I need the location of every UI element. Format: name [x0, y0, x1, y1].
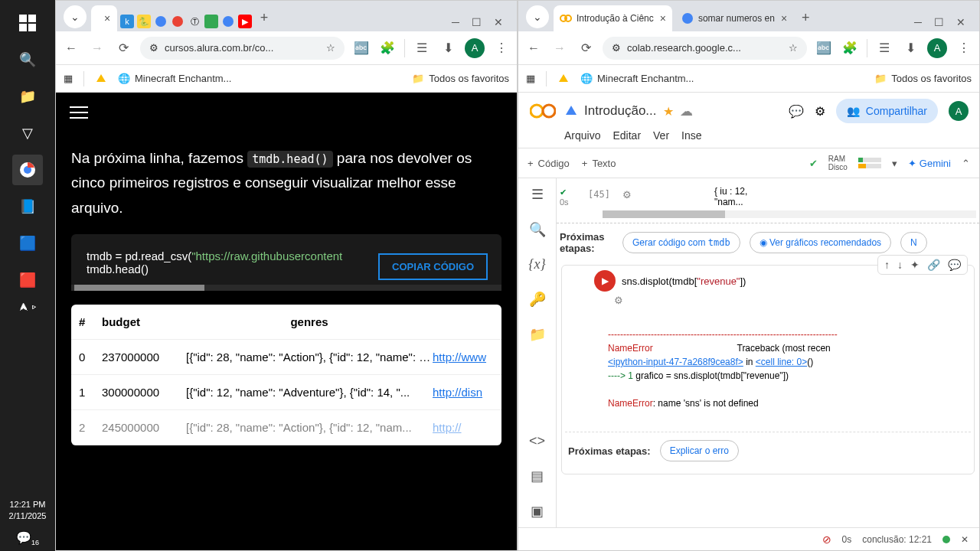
- close-tab-icon[interactable]: ×: [781, 12, 787, 24]
- code-view-icon[interactable]: <>: [529, 433, 545, 449]
- minimize-button[interactable]: ─: [452, 16, 459, 28]
- move-up-icon[interactable]: ↑: [884, 259, 890, 271]
- minecraft-bookmark[interactable]: 🌐 Minecraft Enchantm...: [118, 73, 231, 84]
- taskbar-clock[interactable]: 12:21 PM 2/11/2025: [9, 499, 47, 526]
- chip-more[interactable]: N: [900, 232, 927, 253]
- bg-tab-6[interactable]: [204, 15, 218, 28]
- close-tab-icon[interactable]: ×: [660, 12, 666, 24]
- collapse-icon[interactable]: ⌃: [962, 158, 970, 169]
- menu-ver[interactable]: Ver: [653, 129, 669, 142]
- app-icon-4[interactable]: 🟥: [12, 265, 43, 295]
- status-close-icon[interactable]: ✕: [961, 534, 969, 545]
- search-icon[interactable]: 🔍: [12, 44, 43, 75]
- runtime-menu-icon[interactable]: ▾: [892, 158, 897, 169]
- search-icon[interactable]: 🔍: [529, 221, 546, 238]
- site-info-icon[interactable]: ⚙: [612, 42, 621, 54]
- active-tab[interactable]: ×: [91, 5, 117, 31]
- explorer-icon[interactable]: 📁: [12, 81, 43, 112]
- gemini-button[interactable]: ✦ Gemini: [908, 158, 951, 169]
- bg-tab-1[interactable]: k: [120, 15, 134, 28]
- chip-recommended-charts[interactable]: ◉ Ver gráficos recomendados: [750, 232, 891, 253]
- maximize-button[interactable]: ☐: [934, 16, 944, 28]
- extensions-icon[interactable]: 🧩: [378, 41, 397, 55]
- minecraft-bookmark[interactable]: 🌐 Minecraft Enchantm...: [580, 73, 694, 84]
- chrome-menu-icon[interactable]: ⋮: [955, 41, 973, 55]
- colab-logo[interactable]: [529, 97, 557, 125]
- doc-title[interactable]: Introdução... ★ ☁: [564, 103, 693, 119]
- close-tab-icon[interactable]: ×: [104, 12, 110, 24]
- colab-tab[interactable]: Introdução à Ciênc ×: [554, 5, 672, 31]
- settings-icon[interactable]: ⚙: [815, 104, 825, 119]
- star-icon[interactable]: ☆: [326, 42, 335, 54]
- bg-tab-3[interactable]: [154, 15, 168, 28]
- terminal-icon[interactable]: ▤: [531, 468, 544, 484]
- star-icon[interactable]: ★: [663, 104, 674, 119]
- tab-search-button[interactable]: ⌄: [64, 5, 87, 28]
- resource-bars[interactable]: [858, 158, 881, 168]
- colab-avatar[interactable]: A: [949, 101, 969, 121]
- bg-tab-5[interactable]: Ⓣ: [188, 15, 201, 28]
- minimize-button[interactable]: ─: [914, 16, 922, 28]
- menu-editar[interactable]: Editar: [612, 129, 641, 142]
- translate-icon[interactable]: 🔤: [815, 41, 833, 55]
- apps-icon[interactable]: ▦: [526, 73, 535, 84]
- cell-options-icon[interactable]: ⚙: [565, 292, 971, 306]
- forward-button[interactable]: →: [550, 41, 569, 55]
- site-info-icon[interactable]: ⚙: [149, 42, 158, 54]
- secrets-icon[interactable]: 🔑: [529, 291, 546, 308]
- profile-avatar[interactable]: A: [465, 38, 485, 58]
- share-button[interactable]: 👥 Compartilhar: [836, 99, 938, 123]
- all-bookmarks[interactable]: 📁 Todos os favoritos: [874, 73, 972, 84]
- chrome-icon[interactable]: [12, 155, 43, 185]
- shell-icon[interactable]: ▣: [531, 503, 544, 520]
- files-icon[interactable]: 📁: [529, 326, 546, 343]
- move-down-icon[interactable]: ↓: [897, 259, 903, 271]
- back-button[interactable]: ←: [524, 41, 543, 55]
- insert-code-button[interactable]: + Código: [528, 158, 570, 169]
- link-icon[interactable]: 🔗: [927, 259, 940, 271]
- tab-search-button[interactable]: ⌄: [526, 5, 549, 28]
- reading-list-icon[interactable]: ☰: [875, 41, 893, 55]
- app-icon-2[interactable]: 📘: [12, 191, 43, 222]
- insert-text-button[interactable]: + Texto: [582, 158, 616, 169]
- tray-expand[interactable]: ⮝ ▷: [0, 298, 55, 315]
- bg-tab-8[interactable]: ▶: [238, 15, 252, 28]
- all-bookmarks[interactable]: 📁 Todos os favoritos: [412, 73, 509, 84]
- bg-tab-4[interactable]: [171, 15, 185, 28]
- gemini-icon[interactable]: ✦: [910, 259, 920, 271]
- app-icon-1[interactable]: ▽: [12, 118, 43, 148]
- bg-tab-2[interactable]: 🐍: [137, 15, 151, 28]
- new-tab-button[interactable]: +: [795, 7, 816, 28]
- toc-icon[interactable]: ☰: [531, 186, 544, 203]
- hamburger-menu[interactable]: [70, 106, 88, 119]
- copy-code-button[interactable]: COPIAR CÓDIGO: [378, 253, 488, 280]
- close-window-button[interactable]: ✕: [956, 16, 965, 28]
- back-button[interactable]: ←: [62, 41, 80, 55]
- row-link[interactable]: http://disn: [433, 386, 494, 399]
- translate-icon[interactable]: 🔤: [352, 41, 371, 55]
- profile-avatar[interactable]: A: [927, 38, 947, 58]
- vars-icon[interactable]: {x}: [528, 256, 545, 272]
- close-window-button[interactable]: ✕: [494, 16, 503, 28]
- chrome-menu-icon[interactable]: ⋮: [492, 41, 511, 55]
- drive-bookmark[interactable]: [557, 73, 570, 85]
- code-hscroll[interactable]: [71, 285, 501, 291]
- row-link[interactable]: http://: [433, 421, 494, 434]
- menu-inserir[interactable]: Inse: [681, 129, 701, 142]
- comment-icon[interactable]: 💬: [948, 259, 961, 271]
- apps-icon[interactable]: ▦: [64, 73, 73, 84]
- menu-arquivo[interactable]: Arquivo: [564, 129, 600, 142]
- notifications-icon[interactable]: 💬16: [16, 526, 39, 551]
- code-input[interactable]: sns.displot(tmdb["revenue"]): [622, 272, 746, 290]
- bg-tab-7[interactable]: [221, 15, 235, 28]
- app-icon-3[interactable]: 🟦: [12, 228, 43, 259]
- new-tab-button[interactable]: +: [253, 7, 275, 28]
- start-button[interactable]: [12, 8, 43, 38]
- chip-explain-error[interactable]: Explicar o erro: [660, 440, 739, 461]
- google-tab[interactable]: somar numeros en ×: [675, 5, 793, 31]
- reload-button[interactable]: ⟳: [577, 41, 595, 55]
- downloads-icon[interactable]: ⬇: [901, 41, 920, 55]
- forward-button[interactable]: →: [88, 41, 106, 55]
- reload-button[interactable]: ⟳: [114, 41, 132, 55]
- drive-bookmark[interactable]: [95, 73, 107, 85]
